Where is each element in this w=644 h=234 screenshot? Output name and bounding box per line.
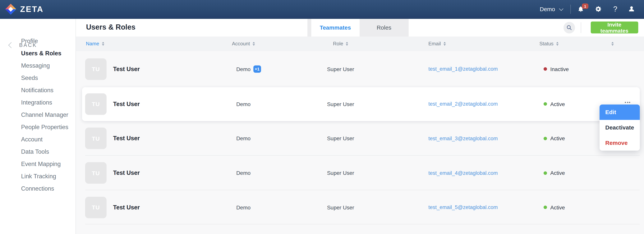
sidebar-item-label: Connections bbox=[21, 185, 54, 192]
column-header-email[interactable]: Email bbox=[428, 37, 446, 51]
header-divider bbox=[581, 22, 581, 33]
column-header-status[interactable]: Status bbox=[539, 37, 558, 51]
tab-teammates[interactable]: Teammates bbox=[311, 18, 360, 37]
sidebar-item-label: Notifications bbox=[21, 87, 54, 94]
tab-roles[interactable]: Roles bbox=[360, 18, 409, 37]
settings-button[interactable] bbox=[594, 0, 602, 18]
email-link[interactable]: test_email_1@zetaglobal.com bbox=[428, 51, 498, 87]
sidebar-item-connections[interactable]: Connections bbox=[0, 182, 75, 195]
account-plus-badge[interactable]: +1 bbox=[254, 65, 261, 73]
context-menu-item-remove[interactable]: Remove bbox=[600, 135, 640, 150]
sidebar-nav: Profile Users & Roles Messaging Seeds No… bbox=[0, 35, 75, 195]
table-header: Name Account Role Email Status bbox=[76, 37, 644, 51]
sidebar-item-users-roles[interactable]: Users & Roles bbox=[0, 47, 75, 60]
column-header-role[interactable]: Role bbox=[333, 37, 348, 51]
cell-name: Test User bbox=[113, 190, 140, 224]
sidebar-item-link-tracking[interactable]: Link Tracking bbox=[0, 170, 75, 182]
table-row[interactable]: TU Test User Demo Super User test_email_… bbox=[76, 156, 644, 190]
main-content: Users & Roles Teammates Roles Invite tea… bbox=[76, 18, 644, 234]
table-row[interactable]: TU Test User Demo Super User test_email_… bbox=[76, 87, 644, 121]
sidebar-item-messaging[interactable]: Messaging bbox=[0, 60, 75, 72]
column-header-name[interactable]: Name bbox=[86, 37, 104, 51]
invite-teammates-button[interactable]: Invite teammates bbox=[591, 22, 638, 33]
cell-role: Super User bbox=[327, 87, 354, 121]
email-link[interactable]: test_email_2@zetaglobal.com bbox=[428, 87, 498, 121]
sort-arrows-icon bbox=[444, 42, 446, 46]
sidebar-item-label: Seeds bbox=[21, 75, 38, 81]
cell-name: Test User bbox=[113, 121, 140, 156]
table-row[interactable]: TU Test User Demo +1 Super User test_ema… bbox=[76, 51, 644, 87]
sidebar-item-notifications[interactable]: Notifications bbox=[0, 84, 75, 96]
account-switcher[interactable]: Demo bbox=[540, 0, 563, 18]
sidebar-item-event-mapping[interactable]: Event Mapping bbox=[0, 158, 75, 170]
sidebar-item-channel-manager[interactable]: Channel Manager bbox=[0, 109, 75, 121]
cell-account: Demo bbox=[236, 51, 251, 87]
table-row[interactable]: TU Test User Demo Super User test_email_… bbox=[76, 190, 644, 224]
brand-logo[interactable]: ZETA bbox=[5, 0, 44, 18]
cell-status: Active bbox=[544, 190, 565, 224]
context-menu-item-deactivate[interactable]: Deactivate bbox=[600, 120, 640, 135]
tab-teammates-label: Teammates bbox=[320, 24, 351, 31]
status-dot-icon bbox=[544, 171, 547, 175]
cell-account: Demo bbox=[236, 121, 251, 156]
person-icon bbox=[628, 6, 635, 13]
sort-arrows-icon bbox=[611, 42, 614, 46]
account-switcher-label: Demo bbox=[540, 6, 555, 13]
tab-rail-edge bbox=[308, 18, 311, 37]
status-label: Inactive bbox=[550, 66, 569, 72]
sidebar-item-account[interactable]: Account bbox=[0, 133, 75, 146]
sidebar-item-label: Data Tools bbox=[21, 148, 49, 155]
cell-account: Demo bbox=[236, 190, 251, 224]
cell-role: Super User bbox=[327, 190, 354, 224]
cell-role: Super User bbox=[327, 121, 354, 156]
email-link[interactable]: test_email_3@zetaglobal.com bbox=[428, 121, 498, 156]
cell-account: Demo bbox=[236, 87, 251, 121]
settings-sidebar: BACK Profile Users & Roles Messaging See… bbox=[0, 18, 76, 234]
sort-arrows-icon bbox=[346, 42, 348, 46]
sidebar-item-seeds[interactable]: Seeds bbox=[0, 72, 75, 84]
sidebar-item-label: Event Mapping bbox=[21, 161, 61, 168]
sidebar-item-profile[interactable]: Profile bbox=[0, 35, 75, 47]
sidebar-item-data-tools[interactable]: Data Tools bbox=[0, 146, 75, 158]
sidebar-item-integrations[interactable]: Integrations bbox=[0, 96, 75, 109]
context-menu-item-edit[interactable]: Edit bbox=[600, 104, 640, 120]
cell-status: Active bbox=[544, 156, 565, 190]
search-icon bbox=[566, 24, 572, 31]
email-link[interactable]: test_email_4@zetaglobal.com bbox=[428, 156, 498, 190]
sidebar-item-label: People Properties bbox=[21, 124, 68, 131]
sidebar-item-label: Link Tracking bbox=[21, 173, 56, 180]
row-actions-ellipsis-icon[interactable] bbox=[625, 102, 630, 103]
avatar: TU bbox=[85, 93, 106, 115]
top-navbar: ZETA Demo 1 ? bbox=[0, 0, 644, 19]
zeta-diamond-icon bbox=[5, 4, 16, 15]
cell-status: Inactive bbox=[544, 51, 569, 87]
page-title: Users & Roles bbox=[86, 18, 136, 37]
status-dot-icon bbox=[544, 206, 547, 209]
notifications-button[interactable]: 1 bbox=[576, 0, 585, 18]
gear-icon bbox=[594, 6, 602, 13]
help-button[interactable]: ? bbox=[612, 0, 619, 18]
avatar: TU bbox=[85, 196, 106, 218]
table-row[interactable]: TU Test User Demo Super User test_email_… bbox=[76, 121, 644, 156]
cell-account: Demo bbox=[236, 156, 251, 190]
cell-role: Super User bbox=[327, 156, 354, 190]
cell-status: Active bbox=[544, 121, 565, 156]
sidebar-item-label: Channel Manager bbox=[21, 111, 68, 118]
brand-name: ZETA bbox=[20, 5, 44, 14]
sort-arrows-icon bbox=[556, 42, 558, 46]
user-menu-button[interactable] bbox=[627, 0, 636, 18]
cell-name: Test User bbox=[113, 51, 140, 87]
search-button[interactable] bbox=[563, 22, 575, 33]
column-header-account[interactable]: Account bbox=[232, 37, 255, 51]
email-link[interactable]: test_email_5@zetaglobal.com bbox=[428, 190, 498, 224]
sidebar-item-people-properties[interactable]: People Properties bbox=[0, 121, 75, 133]
status-dot-icon bbox=[544, 137, 547, 140]
row-context-menu: EditDeactivateRemove bbox=[600, 104, 640, 150]
avatar: TU bbox=[85, 128, 106, 149]
cell-name: Test User bbox=[113, 156, 140, 190]
status-label: Active bbox=[550, 101, 565, 107]
question-mark-icon: ? bbox=[613, 5, 617, 14]
column-header-actions[interactable] bbox=[611, 37, 614, 51]
cell-role: Super User bbox=[327, 51, 354, 87]
notification-count-badge: 1 bbox=[582, 4, 588, 9]
